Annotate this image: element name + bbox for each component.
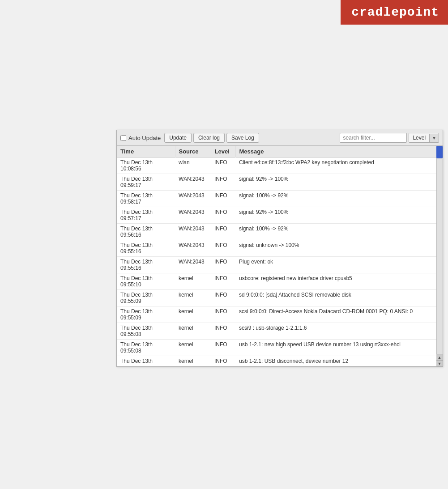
table-header-row: Time Source Level Message [117,146,443,157]
cell-message: signal: 92% -> 100% [235,207,443,224]
cell-level: INFO [211,191,235,207]
level-arrow-icon[interactable]: ▼ [429,134,439,142]
cell-message: Client e4:ce:8f:13:f3:bc WPA2 key negoti… [235,157,443,174]
cell-time: Thu Dec 13th09:55:09 [117,306,175,323]
cell-message: signal: 92% -> 100% [235,174,443,191]
cell-source: kernel [175,273,211,290]
table-row: Thu Dec 13th09:59:17WAN:2043INFOsignal: … [117,174,443,191]
cell-level: INFO [211,157,235,174]
cell-level: INFO [211,340,235,356]
cell-source: kernel [175,306,211,323]
cell-time: Thu Dec 13th10:08:56 [117,157,175,174]
cell-time: Thu Dec 13th09:55:08 [117,323,175,340]
logo-bar: cradlepoint [341,0,448,25]
cell-time: Thu Dec 13th09:55:16 [117,257,175,273]
col-header-message: Message [235,146,443,157]
cell-level: INFO [211,224,235,240]
table-row: Thu Dec 13th09:57:17WAN:2043INFOsignal: … [117,207,443,224]
main-container: Auto Update Update Clear log Save Log Le… [116,130,443,367]
save-log-button[interactable]: Save Log [226,133,259,143]
cell-time: Thu Dec 13th [117,356,175,366]
table-row: Thu Dec 13th10:08:56wlanINFOClient e4:ce… [117,157,443,174]
table-row: Thu Dec 13th09:55:09kernelINFOscsi 9:0:0… [117,306,443,323]
cell-level: INFO [211,174,235,191]
cell-level: INFO [211,240,235,257]
table-row: Thu Dec 13thkernelINFOusb 1-2.1: USB dis… [117,356,443,366]
cell-time: Thu Dec 13th09:59:17 [117,174,175,191]
table-row: Thu Dec 13th09:55:16WAN:2043INFOsignal: … [117,240,443,257]
cell-time: Thu Dec 13th09:55:10 [117,273,175,290]
col-header-time: Time [117,146,175,157]
clear-log-button[interactable]: Clear log [193,133,225,143]
cell-message: usb 1-2.1: USB disconnect, device number… [235,356,443,366]
cell-time: Thu Dec 13th09:57:17 [117,207,175,224]
scrollbar[interactable]: ▲ ▼ [436,146,443,366]
cell-level: INFO [211,207,235,224]
toolbar: Auto Update Update Clear log Save Log Le… [117,130,443,146]
scroll-thumb[interactable] [436,146,443,158]
cell-source: WAN:2043 [175,207,211,224]
table-row: Thu Dec 13th09:55:09kernelINFOsd 9:0:0:0… [117,290,443,306]
cell-source: wlan [175,157,211,174]
cell-level: INFO [211,257,235,273]
cell-level: INFO [211,323,235,340]
col-header-source: Source [175,146,211,157]
table-row: Thu Dec 13th09:56:16WAN:2043INFOsignal: … [117,224,443,240]
cell-level: INFO [211,306,235,323]
scroll-down-arrow[interactable]: ▼ [436,360,443,366]
auto-update-label: Auto Update [128,135,161,141]
cell-source: WAN:2043 [175,240,211,257]
cell-source: WAN:2043 [175,191,211,207]
cell-source: kernel [175,323,211,340]
cell-source: WAN:2043 [175,224,211,240]
table-row: Thu Dec 13th09:55:16WAN:2043INFOPlug eve… [117,257,443,273]
table-row: Thu Dec 13th09:55:08kernelINFOscsi9 : us… [117,323,443,340]
cell-message: Plug event: ok [235,257,443,273]
cell-source: kernel [175,356,211,366]
cell-time: Thu Dec 13th09:55:09 [117,290,175,306]
level-dropdown[interactable]: Level ▼ [409,133,439,143]
cell-message: signal: unknown -> 100% [235,240,443,257]
search-input[interactable] [340,133,407,143]
cell-message: scsi 9:0:0:0: Direct-Access Nokia Dataca… [235,306,443,323]
cell-level: INFO [211,356,235,366]
table-row: Thu Dec 13th09:55:08kernelINFOusb 1-2.1:… [117,340,443,356]
table-row: Thu Dec 13th09:55:10kernelINFOusbcore: r… [117,273,443,290]
log-panel: Auto Update Update Clear log Save Log Le… [116,130,443,367]
cell-message: signal: 100% -> 92% [235,191,443,207]
cell-source: WAN:2043 [175,174,211,191]
cell-level: INFO [211,290,235,306]
cell-source: kernel [175,340,211,356]
col-header-level: Level [211,146,235,157]
level-label: Level [409,133,429,142]
auto-update-checkbox[interactable] [120,135,126,141]
cell-time: Thu Dec 13th09:58:17 [117,191,175,207]
cell-message: sd 9:0:0:0: [sda] Attached SCSI removabl… [235,290,443,306]
cell-source: WAN:2043 [175,257,211,273]
cell-time: Thu Dec 13th09:55:08 [117,340,175,356]
cell-message: signal: 100% -> 92% [235,224,443,240]
update-button[interactable]: Update [164,133,192,143]
cell-time: Thu Dec 13th09:56:16 [117,224,175,240]
cell-message: usb 1-2.1: new high speed USB device num… [235,340,443,356]
table-row: Thu Dec 13th09:58:17WAN:2043INFOsignal: … [117,191,443,207]
logo-text: cradlepoint [351,5,439,19]
cell-message: scsi9 : usb-storage 1-2.1:1.6 [235,323,443,340]
cell-time: Thu Dec 13th09:55:16 [117,240,175,257]
scroll-up-arrow[interactable]: ▲ [436,354,443,360]
log-table: Time Source Level Message Thu Dec 13th10… [117,146,443,366]
cell-source: kernel [175,290,211,306]
cell-message: usbcore: registered new interface driver… [235,273,443,290]
cell-level: INFO [211,273,235,290]
auto-update-group: Auto Update [120,135,161,141]
